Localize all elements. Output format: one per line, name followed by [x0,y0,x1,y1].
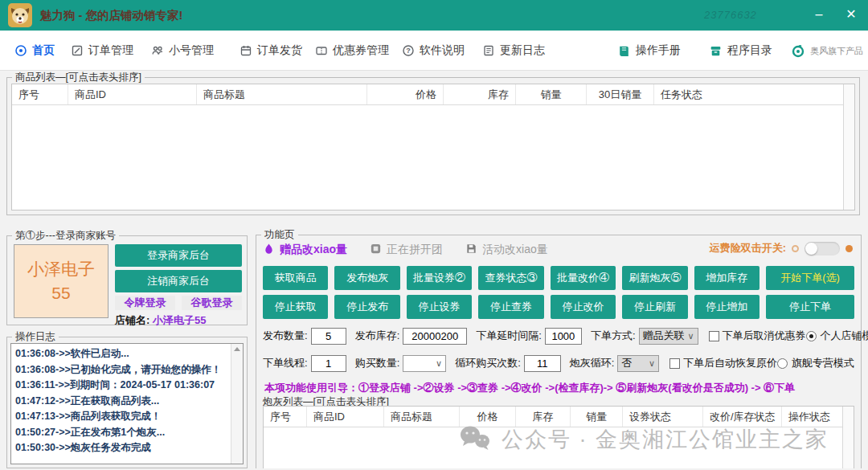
nav-item-software-help[interactable]: ? 软件说明 [402,31,465,71]
column-header-30d-sales[interactable]: 30日销量 [587,84,654,104]
publish-cannon-button[interactable]: 发布炮灰 [334,266,399,290]
nav-item-home[interactable]: 首页 [14,31,55,71]
batch-change-price-button[interactable]: 批量改价④ [551,266,616,290]
flagship-option[interactable]: 旗舰专营模式 [777,356,854,370]
tab-gift-sales[interactable]: 赠品改xiao量 [263,243,347,258]
order-delay-input[interactable] [545,328,582,345]
flagship-radio[interactable] [777,358,788,369]
tab-group-buying[interactable]: 正在拼开团 [370,243,443,257]
shop-name-line2: 55 [51,281,70,305]
tab-activity-sales[interactable]: 活动改xiao量 [465,243,548,257]
personal-shop-radio[interactable] [806,331,817,341]
wechat-icon [458,423,492,456]
operation-log-title: 操作日志 [12,330,59,344]
title-bar: 魅力狗 - 您的店铺动销专家! 23776632 – ✕ [0,0,868,31]
stop-change-price-button[interactable]: 停止改价 [551,295,616,319]
nav-label: 小号管理 [169,43,214,58]
google-login-link[interactable]: 谷歌登录 [182,296,242,310]
restore-price-checkbox[interactable] [669,358,680,369]
add-stock-button[interactable]: 增加库存 [694,266,760,290]
nav-item-brand[interactable]: 奥风旗下产品 [791,31,863,71]
nav-item-program-directory[interactable]: 程序目录 [709,31,772,71]
log-scrollbar[interactable] [231,344,243,464]
nav-label: 更新日志 [500,43,545,58]
cannon-table-scrollbar[interactable] [842,407,854,468]
save-icon [465,243,477,257]
restore-price-label: 下单后自动恢复原价 [683,356,777,370]
chevron-down-icon: ∨ [645,358,655,369]
order-mode-value: 赠品关联 [643,329,685,343]
usage-guide-text: 本项功能使用引导：①登录店铺 ->②设券 ->③查券 ->④改价 ->(检查库存… [264,381,795,395]
stop-set-coupon-button[interactable]: 停止设券 [407,295,472,319]
column-header-task-status[interactable]: 任务状态 [654,84,843,104]
order-mode-select[interactable]: 赠品关联 ∨ [639,328,698,345]
nav-item-order-management[interactable]: 订单管理 [71,31,133,71]
column-header-index[interactable]: 序号 [12,84,68,104]
changelog-icon [482,44,495,57]
log-entry: 01:50:30->>炮灰任务发布完成 [15,440,228,456]
column-header-price[interactable]: 价格 [367,84,444,104]
column-header-item-id[interactable]: 商品ID [307,407,384,427]
start-order-button[interactable]: 开始下单(选) [766,266,854,290]
shop-name-label: 店铺名: [115,314,149,326]
login-group-title: 第①步---登录商家账号 [12,229,119,243]
column-header-item-id[interactable]: 商品ID [68,84,197,104]
fetch-products-button[interactable]: 获取商品 [263,266,328,290]
column-header-title[interactable]: 商品标题 [384,407,460,427]
manual-book-icon [617,44,631,58]
product-table-scrollbar[interactable] [843,84,854,210]
stop-check-coupon-button[interactable]: 停止查券 [478,295,543,319]
product-list-group: 商品列表—[可点击表头排序] 序号 商品ID 商品标题 价格 库存 销量 30日… [6,77,860,215]
logout-backend-button[interactable]: 注销商家后台 [115,270,242,292]
buy-qty-select[interactable]: ∨ [403,355,446,372]
nav-item-coupon-management[interactable]: 优惠券管理 [315,31,389,71]
help-icon: ? [402,44,415,57]
column-header-index[interactable]: 序号 [264,407,307,427]
shipping-insurance-toggle[interactable] [805,242,840,255]
stop-publish-button[interactable]: 停止发布 [334,295,399,319]
cancel-coupon-option[interactable]: 下单后取消优惠券 [709,329,806,343]
login-backend-button[interactable]: 登录商家后台 [115,244,242,267]
toggle-knob[interactable] [805,243,817,255]
nav-label: 奥风旗下产品 [810,45,863,57]
close-button[interactable]: ✕ [839,3,863,26]
restore-price-option[interactable]: 下单后自动恢复原价 [669,356,777,370]
scroll-up-icon[interactable] [234,347,240,351]
brand-logo-icon [791,43,805,58]
log-entry: 01:36:08->>已初始化完成，请开始您的操作！ [15,362,228,378]
cannon-loop-value: 否 [621,356,632,370]
publish-qty-input[interactable] [311,328,346,345]
stop-fetch-button[interactable]: 停止获取 [263,295,328,319]
stop-refresh-button[interactable]: 停止刷新 [622,295,687,319]
nav-item-order-shipping[interactable]: 订单发货 [240,31,302,71]
token-login-link[interactable]: 令牌登录 [115,296,175,310]
operation-log-box[interactable]: 01:36:08->>软件已启动... 01:36:08->>已初始化完成，请开… [10,343,244,464]
stop-order-button[interactable]: 停止下单 [766,295,854,319]
batch-set-coupon-button[interactable]: 批量设券② [407,266,472,290]
nav-label: 操作手册 [636,43,681,58]
personal-shop-label: 个人店铺模式 [821,329,868,343]
publish-stock-input[interactable] [403,328,467,345]
order-threads-input[interactable] [311,355,346,372]
minimize-button[interactable]: – [807,3,831,26]
log-entry: 01:47:13->>商品列表获取完成！ [15,409,228,425]
nav-item-changelog[interactable]: 更新日志 [482,31,545,71]
refresh-cannon-button[interactable]: 刷新炮灰⑤ [622,266,687,290]
column-header-sales[interactable]: 销量 [516,84,587,104]
chevron-down-icon: ∨ [432,358,442,369]
personal-shop-option[interactable]: 个人店铺模式 [806,329,868,343]
cancel-coupon-checkbox[interactable] [709,331,719,341]
tab-label: 赠品改xiao量 [280,243,347,257]
nav-item-subaccount-management[interactable]: 小号管理 [151,31,214,71]
nav-item-manual[interactable]: 操作手册 [617,31,681,71]
check-coupon-status-button[interactable]: 查券状态③ [478,266,543,290]
home-icon [14,44,27,57]
stop-add-stock-button[interactable]: 停止增加 [694,295,760,319]
column-header-stock[interactable]: 库存 [444,84,516,104]
cannon-loop-select[interactable]: 否 ∨ [617,355,659,372]
function-tabs: 赠品改xiao量 正在拼开团 活动改xiao量 [263,240,548,260]
column-header-title[interactable]: 商品标题 [197,84,367,104]
flame-icon [263,243,275,258]
loop-times-input[interactable] [524,355,561,372]
shop-account-box: 小泽电子 55 [14,244,108,318]
